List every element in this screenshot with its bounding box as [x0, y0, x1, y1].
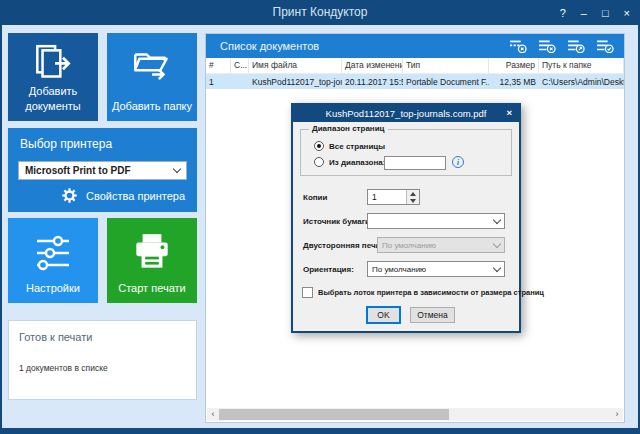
dialog-titlebar: KushPod112017_top-journals.com.pdf ×: [293, 105, 519, 122]
duplex-label: Двусторонняя печать: [303, 241, 389, 250]
dialog-title: KushPod112017_top-journals.com.pdf: [326, 108, 487, 119]
add-documents-button[interactable]: Добавить документы: [8, 33, 98, 121]
column-headers: # С... Имя файла Дата изменения Тип Разм…: [206, 58, 624, 74]
status-detail: 1 документов в списке: [19, 363, 108, 373]
tray-checkbox-label: Выбрать лоток принтера в зависимости от …: [318, 288, 544, 297]
copies-label: Копии: [303, 193, 327, 202]
printer-select[interactable]: Microsoft Print to PDF: [18, 161, 187, 180]
from-range-label: Из диапазона:: [329, 158, 385, 167]
document-settings-dialog: KushPod112017_top-journals.com.pdf × Диа…: [291, 103, 521, 333]
paper-source-select[interactable]: [367, 213, 505, 229]
close-icon[interactable]: ×: [624, 7, 630, 19]
dialog-close-icon[interactable]: ×: [506, 105, 512, 121]
column-header-number[interactable]: #: [206, 58, 231, 73]
remove-documents-icon[interactable]: [538, 39, 556, 53]
page-range-group: Диапазон страниц Все страницы Из диапазо…: [300, 129, 512, 176]
duplex-select: По умолчанию: [377, 237, 505, 253]
row-size: 12,35 MB: [489, 77, 539, 87]
window-border-left: [0, 25, 2, 434]
table-row[interactable]: 1 KushPod112017_top-jou... 20.11.2017 15…: [206, 74, 624, 89]
help-icon[interactable]: ?: [560, 7, 566, 19]
orientation-label: Ориентация:: [303, 265, 354, 274]
scroll-right-icon[interactable]: ›: [611, 408, 623, 421]
start-print-button[interactable]: Старт печати: [107, 218, 197, 303]
column-header-status[interactable]: С...: [231, 58, 249, 73]
printer-icon: [107, 230, 197, 276]
status-title: Готов к печати: [19, 331, 92, 343]
maximize-icon[interactable]: □: [602, 7, 609, 19]
documents-arrow-icon: [8, 42, 98, 88]
column-header-size[interactable]: Размер: [489, 58, 539, 73]
tray-checkbox[interactable]: [302, 287, 313, 298]
from-range-radio[interactable]: Из диапазона:: [314, 157, 385, 167]
clear-statuses-icon[interactable]: [509, 39, 527, 53]
window-border-bottom: [0, 428, 640, 434]
copies-row: Копии 1: [303, 189, 512, 205]
settings-label: Настройки: [8, 281, 98, 295]
horizontal-scrollbar[interactable]: ‹ ›: [207, 408, 623, 421]
restart-documents-icon[interactable]: [567, 39, 585, 53]
all-pages-radio[interactable]: Все страницы: [314, 141, 385, 151]
copies-spin-buttons: [406, 190, 419, 204]
paper-source-label: Источник бумаги: [303, 217, 370, 226]
window-title: Принт Кондуктор: [0, 0, 640, 25]
scroll-left-icon[interactable]: ‹: [207, 408, 219, 421]
column-header-filename[interactable]: Имя файла: [249, 58, 342, 73]
orientation-row: Ориентация: По умолчанию: [303, 261, 512, 277]
duplex-row: Двусторонняя печать По умолчанию: [303, 237, 512, 253]
spin-up-icon[interactable]: [407, 190, 419, 197]
chevron-down-icon: [493, 215, 501, 223]
tray-checkbox-row[interactable]: Выбрать лоток принтера в зависимости от …: [302, 287, 544, 298]
check-documents-icon[interactable]: [596, 39, 614, 53]
printer-select-value: Microsoft Print to PDF: [25, 165, 131, 176]
cancel-button[interactable]: Отмена: [410, 307, 455, 323]
document-list-header: Список документов: [206, 34, 624, 58]
duplex-value: По умолчанию: [382, 241, 436, 250]
folder-arrow-icon: [107, 42, 197, 88]
add-folder-label: Добавить папку: [107, 99, 197, 113]
column-header-type[interactable]: Тип: [403, 58, 489, 73]
all-pages-label: Все страницы: [329, 142, 385, 151]
row-number: 1: [206, 77, 231, 87]
column-header-modified[interactable]: Дата изменения: [342, 58, 403, 73]
column-header-path[interactable]: Путь к папке: [539, 58, 624, 73]
sliders-icon: [8, 232, 98, 276]
document-list-toolbar: [509, 39, 614, 53]
paper-source-row: Источник бумаги: [303, 213, 512, 229]
printer-properties-button[interactable]: Свойства принтера: [61, 187, 185, 204]
chevron-down-icon: [173, 165, 181, 173]
row-modified: 20.11.2017 15:54: [342, 77, 403, 87]
chevron-down-icon: [493, 239, 501, 247]
minimize-icon[interactable]: –: [581, 7, 587, 19]
radio-selected-icon: [314, 141, 324, 151]
printer-properties-label: Свойства принтера: [86, 190, 185, 202]
printer-panel: Выбор принтера Microsoft Print to PDF Св…: [8, 128, 197, 212]
gear-icon: [61, 187, 78, 204]
spin-down-icon[interactable]: [407, 197, 419, 204]
ok-button[interactable]: OK: [367, 307, 400, 323]
orientation-select[interactable]: По умолчанию: [367, 261, 505, 277]
row-filename: KushPod112017_top-jou...: [249, 77, 342, 87]
copies-stepper[interactable]: 1: [367, 189, 420, 205]
titlebar: Принт Кондуктор: [0, 0, 640, 25]
add-documents-label: Добавить документы: [8, 84, 98, 113]
radio-unselected-icon: [314, 157, 324, 167]
copies-value: 1: [368, 190, 406, 204]
info-icon: i: [452, 156, 464, 168]
scrollbar-thumb[interactable]: [219, 409, 449, 420]
chevron-down-icon: [493, 263, 501, 271]
start-print-label: Старт печати: [107, 281, 197, 295]
printer-panel-title: Выбор принтера: [20, 137, 112, 151]
document-list-title: Список документов: [220, 40, 509, 52]
settings-button[interactable]: Настройки: [8, 218, 98, 303]
status-box: Готов к печати 1 документов в списке: [8, 320, 197, 400]
add-folder-button[interactable]: Добавить папку: [107, 33, 197, 121]
row-type: Portable Document F...: [403, 77, 489, 87]
window-controls: ? – □ ×: [560, 0, 630, 25]
orientation-value: По умолчанию: [372, 265, 426, 274]
page-range-input[interactable]: [384, 156, 446, 170]
page-range-group-label: Диапазон страниц: [309, 124, 388, 133]
row-path: C:\Users\Admin\Desktop\: [539, 77, 624, 87]
